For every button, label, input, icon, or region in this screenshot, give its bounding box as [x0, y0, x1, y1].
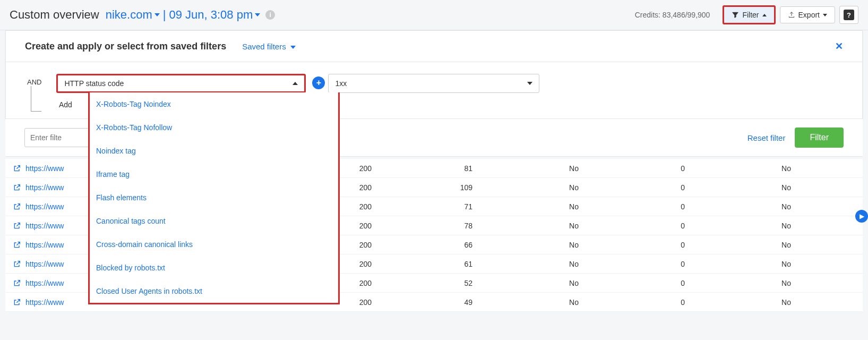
and-operator-label: AND	[27, 74, 41, 86]
filter-button[interactable]: Filter	[723, 5, 775, 24]
col-b-cell: 0	[595, 298, 701, 307]
col-b-cell: 0	[595, 279, 701, 287]
external-link-icon	[13, 202, 21, 211]
crawl-date[interactable]: 09 Jun, 3:08 pm	[169, 8, 253, 22]
export-button-label: Export	[798, 11, 820, 19]
bracket-line	[31, 86, 41, 112]
dropdown-item[interactable]: Iframe tag	[90, 163, 338, 186]
col-a-cell: No	[488, 183, 595, 192]
condition-dropdown: X-Robots-Tag Noindex X-Robots-Tag Nofoll…	[88, 92, 340, 304]
chevron-up-icon	[293, 82, 298, 85]
value-cell: 49	[388, 298, 488, 307]
export-icon	[788, 11, 795, 19]
saved-filters-link[interactable]: Saved filters	[242, 42, 296, 51]
external-link-icon	[13, 260, 21, 268]
condition-field-value: HTTP status code	[64, 79, 293, 88]
external-link-icon	[13, 241, 21, 249]
value-cell: 66	[388, 241, 488, 249]
external-link-icon	[13, 183, 21, 192]
add-condition-button[interactable]: +	[312, 76, 325, 89]
col-b-cell: 0	[595, 183, 701, 192]
divider: |	[163, 8, 166, 22]
col-c-cell: No	[701, 298, 807, 307]
filter-panel-title: Create and apply or select from saved fi…	[25, 41, 226, 52]
chevron-down-icon	[527, 82, 532, 85]
dropdown-item[interactable]: X-Robots-Tag Noindex	[90, 92, 338, 116]
condition-value-text: 1xx	[335, 79, 527, 88]
funnel-icon	[732, 11, 739, 19]
page-header: Custom overview nike.com | 09 Jun, 3:08 …	[0, 0, 868, 30]
credits-label: Credits: 83,486/99,900	[635, 11, 710, 19]
col-b-cell: 0	[595, 241, 701, 249]
external-link-icon	[13, 279, 21, 287]
dropdown-item[interactable]: Blocked by robots.txt	[90, 256, 338, 279]
value-cell: 109	[388, 183, 488, 192]
col-c-cell: No	[701, 183, 807, 192]
filter-button-label: Filter	[742, 11, 759, 19]
dropdown-item[interactable]: Flash elements	[90, 186, 338, 209]
dropdown-item[interactable]: Canonical tags count	[90, 209, 338, 233]
help-button[interactable]: ?	[839, 6, 858, 24]
value-cell: 78	[388, 222, 488, 230]
col-c-cell: No	[701, 260, 807, 268]
close-icon[interactable]: ✕	[835, 40, 843, 52]
external-link-icon	[13, 298, 21, 307]
help-icon: ?	[844, 10, 854, 20]
col-b-cell: 0	[595, 222, 701, 230]
col-c-cell: No	[701, 222, 807, 230]
external-link-icon	[13, 164, 21, 173]
value-cell: 52	[388, 279, 488, 287]
col-a-cell: No	[488, 164, 595, 173]
col-b-cell: 0	[595, 260, 701, 268]
dropdown-item[interactable]: X-Robots-Tag Nofollow	[90, 116, 338, 139]
chevron-down-icon[interactable]	[154, 13, 160, 16]
col-b-cell: 0	[595, 202, 701, 211]
page-title: Custom overview	[10, 8, 99, 22]
reset-filter-link[interactable]: Reset filter	[747, 133, 786, 142]
col-a-cell: No	[488, 298, 595, 307]
dropdown-item[interactable]: Noindex tag	[90, 139, 338, 163]
chevron-down-icon[interactable]	[255, 13, 260, 16]
condition-field-select[interactable]: HTTP status code	[56, 74, 306, 93]
chevron-up-icon	[762, 14, 767, 16]
external-link-icon	[13, 222, 21, 230]
col-a-cell: No	[488, 279, 595, 287]
dropdown-item[interactable]: Closed User Agents in robots.txt	[90, 279, 338, 303]
col-b-cell: 0	[595, 164, 701, 173]
value-cell: 71	[388, 202, 488, 211]
col-a-cell: No	[488, 241, 595, 249]
chevron-down-icon	[290, 46, 296, 49]
col-c-cell: No	[701, 279, 807, 287]
site-domain[interactable]: nike.com	[106, 8, 152, 22]
apply-filter-button[interactable]: Filter	[795, 128, 844, 148]
col-c-cell: No	[701, 202, 807, 211]
condition-value-select[interactable]: 1xx	[328, 74, 539, 93]
chevron-down-icon	[823, 14, 827, 16]
info-icon[interactable]: i	[265, 10, 275, 20]
col-c-cell: No	[701, 241, 807, 249]
export-button[interactable]: Export	[780, 6, 835, 23]
col-a-cell: No	[488, 222, 595, 230]
value-cell: 81	[388, 164, 488, 173]
col-a-cell: No	[488, 260, 595, 268]
side-expand-icon[interactable]: ▶	[855, 210, 868, 223]
col-c-cell: No	[701, 164, 807, 173]
value-cell: 61	[388, 260, 488, 268]
dropdown-item[interactable]: Cross-domain canonical links	[90, 233, 338, 256]
col-a-cell: No	[488, 202, 595, 211]
filter-panel-header: Create and apply or select from saved fi…	[6, 31, 862, 62]
